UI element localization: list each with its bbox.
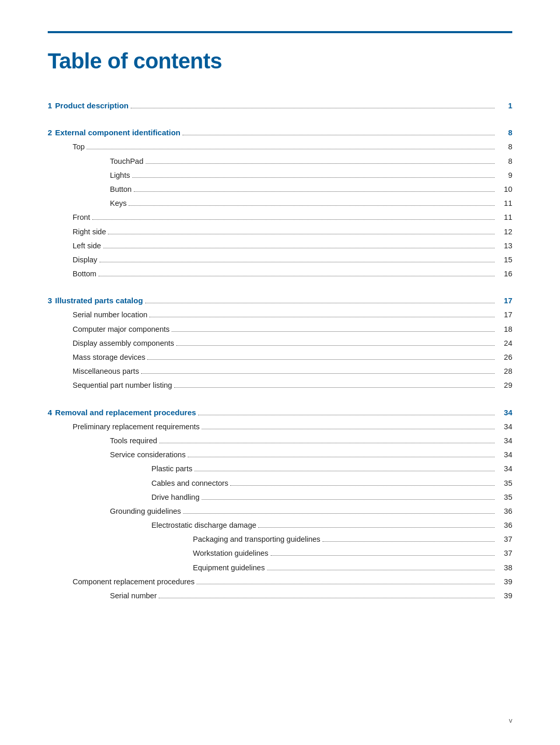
page-indicator: v	[509, 716, 513, 724]
dots-4-1	[202, 429, 495, 429]
page-num-3-2: 18	[497, 324, 512, 335]
toc-row-2-6: Bottom 16	[48, 268, 512, 280]
toc-label-4-1-2-1: Plastic parts	[151, 463, 497, 475]
entry-text-3-5: Miscellaneous parts	[73, 366, 139, 377]
toc-row-4-1-2-3: Drive handling 35	[48, 491, 512, 503]
page-num-2-2: 11	[497, 212, 512, 223]
toc-row-3: 3 Illustrated parts catalog 17	[48, 294, 512, 307]
toc-row-4-1-3-1: Electrostatic discharge damage 36	[48, 519, 512, 531]
toc-label-4-1-3-1: Electrostatic discharge damage	[151, 519, 497, 531]
toc-label-4-1-2-2: Cables and connectors	[151, 477, 497, 489]
entry-text-2-4: Left side	[73, 240, 101, 252]
section-num-1: 1	[48, 100, 52, 112]
toc-label-4-1-3-1-2: Workstation guidelines	[193, 547, 497, 559]
toc-row-2: 2 External component identification 8	[48, 126, 512, 139]
page-num-4-1-3-1: 36	[497, 519, 512, 531]
entry-text-4-1-2-2: Cables and connectors	[151, 477, 228, 489]
entry-text-3-4: Mass storage devices	[73, 352, 145, 363]
toc-row-3-3: Display assembly components 24	[48, 338, 512, 349]
page-num-4-1-3-1-2: 37	[497, 547, 512, 559]
toc-container: 1 Product description 1 2 External compo…	[48, 100, 512, 602]
page-num-4-1: 34	[497, 421, 512, 433]
dots-3-1	[149, 317, 495, 317]
toc-label-2-3: Right side	[73, 226, 497, 238]
entry-text-2-1-2: Lights	[110, 170, 130, 181]
page-title: Table of contents	[48, 49, 512, 74]
dots-3-5	[141, 373, 495, 374]
entry-text-2-6: Bottom	[73, 268, 96, 280]
entry-text-3-6: Sequential part number listing	[73, 379, 172, 391]
page-num-2-5: 15	[497, 254, 512, 266]
dots-4-2	[197, 584, 495, 584]
page-num-4-1-1: 34	[497, 435, 512, 447]
section-title-4: Removal and replacement procedures	[55, 406, 196, 419]
section-2: 2 External component identification 8 To…	[48, 126, 512, 280]
dots-2-4	[103, 248, 495, 248]
dots-3-2	[172, 331, 495, 332]
page-num-4-1-2-2: 35	[497, 477, 512, 489]
toc-label-4-1-2-3: Drive handling	[151, 491, 497, 503]
toc-label-4-1-3-1-3: Equipment guidelines	[193, 562, 497, 574]
page-num-2-1-3: 10	[497, 184, 512, 195]
entry-text-2-2: Front	[73, 212, 90, 223]
toc-row-2-1-4: Keys 11	[48, 198, 512, 209]
toc-row-4-1-2-1: Plastic parts 34	[48, 463, 512, 475]
section-4: 4 Removal and replacement procedures 34 …	[48, 406, 512, 602]
entry-text-4-1-2: Service considerations	[110, 449, 186, 461]
entry-text-4-1-3: Grounding guidelines	[110, 505, 181, 517]
section-num-3: 3	[48, 294, 52, 307]
dots-4-1-2-2	[230, 485, 495, 486]
page-num-2-1-2: 9	[497, 170, 512, 181]
toc-label-2-2: Front	[73, 212, 497, 223]
toc-row-4: 4 Removal and replacement procedures 34	[48, 406, 512, 419]
entry-text-2-1: Top	[73, 141, 85, 153]
toc-row-2-1-1: TouchPad 8	[48, 156, 512, 167]
toc-label-3-5: Miscellaneous parts	[73, 366, 497, 377]
top-border	[48, 31, 512, 33]
page-num-4-1-2: 34	[497, 449, 512, 461]
toc-label-4-2: Component replacement procedures	[73, 576, 497, 588]
dots-4-1-2-1	[194, 471, 495, 471]
section-title-1: Product description	[55, 100, 129, 112]
page-num-2-3: 12	[497, 226, 512, 238]
page-num-2-1-4: 11	[497, 198, 512, 209]
toc-label-3-2: Computer major components	[73, 324, 497, 335]
dots-4-1-2-3	[202, 499, 495, 500]
toc-label-4-1-3: Grounding guidelines	[110, 505, 497, 517]
entry-text-2-5: Display	[73, 254, 97, 266]
page-num-3-5: 28	[497, 366, 512, 377]
page-num-2-1-1: 8	[497, 156, 512, 167]
page-num-4: 34	[497, 407, 512, 419]
page-num-4-2: 39	[497, 576, 512, 588]
section-1: 1 Product description 1	[48, 100, 512, 112]
page-num-2: 8	[497, 127, 512, 139]
toc-row-2-5: Display 15	[48, 254, 512, 266]
page-num-3: 17	[497, 295, 512, 307]
dots-2-1-3	[134, 191, 495, 192]
toc-row-3-5: Miscellaneous parts 28	[48, 366, 512, 377]
toc-row-4-1-3-1-2: Workstation guidelines 37	[48, 547, 512, 559]
page-num-3-4: 26	[497, 352, 512, 363]
toc-label-3-3: Display assembly components	[73, 338, 497, 349]
entry-text-2-3: Right side	[73, 226, 106, 238]
toc-row-4-1: Preliminary replacement requirements 34	[48, 421, 512, 433]
page-footer: v	[509, 716, 513, 724]
toc-label-4-1: Preliminary replacement requirements	[73, 421, 497, 433]
entry-text-3-2: Computer major components	[73, 324, 170, 335]
page-num-2-4: 13	[497, 240, 512, 252]
dots-3-4	[147, 359, 495, 360]
dots-3-6	[174, 387, 495, 388]
dots-2-2	[92, 219, 495, 220]
toc-label-3: 3 Illustrated parts catalog	[48, 294, 497, 307]
toc-label-2-1-1: TouchPad	[110, 156, 497, 167]
dots-2	[183, 135, 495, 135]
dots-2-6	[99, 276, 495, 276]
dots-4-1-3-1-3	[267, 570, 495, 570]
toc-label-3-1: Serial number location	[73, 309, 497, 321]
toc-label-4: 4 Removal and replacement procedures	[48, 406, 497, 419]
toc-row-4-1-2: Service considerations 34	[48, 449, 512, 461]
toc-row-4-1-2-2: Cables and connectors 35	[48, 477, 512, 489]
toc-row-2-1-2: Lights 9	[48, 170, 512, 181]
page-num-4-2-1: 39	[497, 590, 512, 602]
toc-row-2-1: Top 8	[48, 141, 512, 153]
